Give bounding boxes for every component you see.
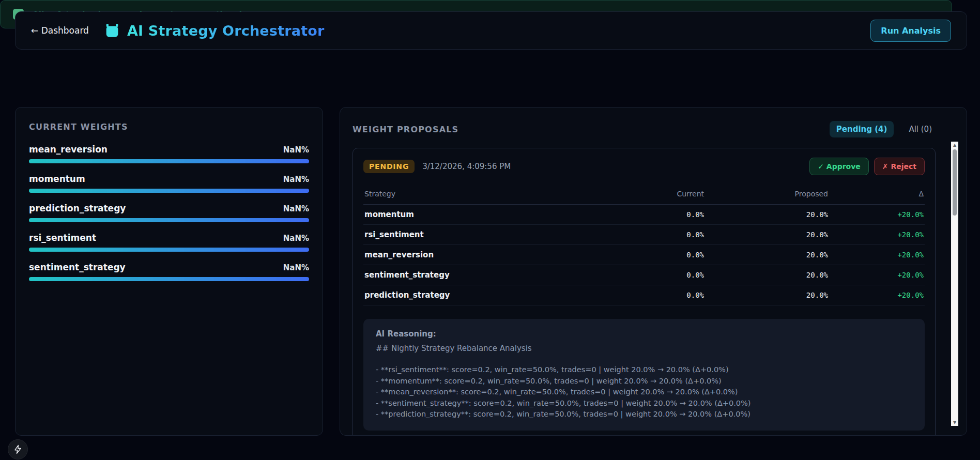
strategy-weight-value: NaN% (283, 175, 309, 184)
reasoning-line: - **mean_reversion**: score=0.2, win_rat… (376, 387, 912, 398)
strategy-weight-value: NaN% (283, 204, 309, 213)
table-row: momentum 0.0% 20.0% +20.0% (363, 205, 925, 225)
col-header-delta: Δ (828, 190, 924, 198)
row-strategy: rsi_sentiment (364, 230, 585, 239)
reasoning-line: - **sentiment_strategy**: score=0.2, win… (376, 398, 912, 409)
row-strategy: momentum (364, 210, 585, 219)
table-row: sentiment_strategy 0.0% 20.0% +20.0% (363, 265, 925, 285)
row-strategy: sentiment_strategy (364, 270, 585, 280)
lightning-icon (13, 444, 23, 454)
scrollbar-up-icon[interactable]: ▲ (951, 142, 958, 148)
proposal-actions: ✓ Approve ✗ Reject (809, 158, 925, 175)
row-current: 0.0% (585, 251, 704, 259)
strategy-weight-value: NaN% (283, 263, 309, 272)
weight-row: rsi_sentiment NaN% (29, 233, 309, 252)
weight-proposals-panel: WEIGHT PROPOSALS Pending (4) All (0) PEN… (340, 107, 967, 436)
proposal-card-header: PENDING 3/12/2026, 4:09:56 PM ✓ Approve … (363, 158, 925, 175)
weight-row-head: mean_reversion NaN% (29, 144, 309, 155)
reject-button[interactable]: ✗ Reject (874, 158, 925, 175)
proposal-timestamp: 3/12/2026, 4:09:56 PM (422, 162, 511, 171)
scrollbar-down-icon[interactable]: ▼ (951, 419, 958, 426)
proposal-table-body: momentum 0.0% 20.0% +20.0% rsi_sentiment… (363, 205, 925, 305)
weight-row-head: sentiment_strategy NaN% (29, 262, 309, 272)
quick-action-button[interactable] (8, 439, 28, 459)
weight-row: momentum NaN% (29, 174, 309, 193)
col-header-current: Current (585, 190, 704, 198)
current-weights-title: CURRENT WEIGHTS (29, 122, 309, 132)
proposals-header: WEIGHT PROPOSALS Pending (4) All (0) (353, 121, 954, 137)
proposal-cards: PENDING 3/12/2026, 4:09:56 PM ✓ Approve … (353, 148, 954, 436)
status-badge: PENDING (363, 160, 415, 173)
weight-row: mean_reversion NaN% (29, 144, 309, 163)
current-weights-list: mean_reversion NaN% momentum NaN% predic… (29, 144, 309, 281)
weight-progress-bar (29, 218, 309, 222)
row-proposed: 20.0% (704, 271, 828, 279)
page-title: AI Strategy Orchestrator (127, 23, 325, 39)
row-delta: +20.0% (828, 210, 924, 219)
tab-pending[interactable]: Pending (4) (830, 121, 894, 137)
weight-progress-bar (29, 248, 309, 252)
proposals-tabs: Pending (4) All (0) (830, 121, 939, 137)
row-delta: +20.0% (828, 251, 924, 259)
back-to-dashboard-link[interactable]: ← Dashboard (31, 25, 89, 36)
row-current: 0.0% (585, 210, 704, 219)
row-proposed: 20.0% (704, 231, 828, 239)
proposals-scrollbar[interactable]: ▲ ▼ (951, 142, 958, 426)
row-delta: +20.0% (828, 291, 924, 299)
col-header-strategy: Strategy (364, 190, 585, 198)
ai-reasoning-heading: ## Nightly Strategy Rebalance Analysis (376, 344, 912, 353)
strategy-name: mean_reversion (29, 144, 108, 155)
run-analysis-button[interactable]: Run Analysis (870, 20, 951, 42)
row-current: 0.0% (585, 231, 704, 239)
row-proposed: 20.0% (704, 210, 828, 219)
row-delta: +20.0% (828, 271, 924, 279)
weight-row-head: prediction_strategy NaN% (29, 203, 309, 213)
strategy-weight-value: NaN% (283, 145, 309, 155)
proposal-card: PENDING 3/12/2026, 4:09:56 PM ✓ Approve … (353, 148, 936, 436)
ai-reasoning-box: AI Reasoning: ## Nightly Strategy Rebala… (363, 319, 925, 431)
current-weights-panel: CURRENT WEIGHTS mean_reversion NaN% mome… (15, 107, 323, 436)
strategy-name: sentiment_strategy (29, 262, 126, 272)
strategy-name: rsi_sentiment (29, 233, 96, 243)
row-proposed: 20.0% (704, 251, 828, 259)
reasoning-line: - **rsi_sentiment**: score=0.2, win_rate… (376, 364, 912, 376)
table-row: prediction_strategy 0.0% 20.0% +20.0% (363, 285, 925, 305)
weight-progress-bar (29, 277, 309, 281)
weight-progress-bar (29, 189, 309, 193)
ai-reasoning-label: AI Reasoning: (376, 329, 912, 339)
approve-button[interactable]: ✓ Approve (809, 158, 869, 175)
strategy-name: prediction_strategy (29, 203, 126, 213)
reasoning-line: - **prediction_strategy**: score=0.2, wi… (376, 409, 912, 420)
robot-icon (103, 22, 121, 39)
row-strategy: prediction_strategy (364, 290, 585, 300)
weight-row: prediction_strategy NaN% (29, 203, 309, 222)
table-row: rsi_sentiment 0.0% 20.0% +20.0% (363, 225, 925, 245)
col-header-proposed: Proposed (704, 190, 828, 198)
header-bar: ← Dashboard AI Strategy Orchestrator Run… (15, 11, 967, 50)
weight-proposals-title: WEIGHT PROPOSALS (353, 125, 458, 134)
reasoning-lines: - **rsi_sentiment**: score=0.2, win_rate… (376, 364, 912, 420)
reasoning-line: - **momentum**: score=0.2, win_rate=50.0… (376, 376, 912, 387)
tab-all[interactable]: All (0) (902, 121, 939, 137)
row-delta: +20.0% (828, 231, 924, 239)
proposal-table-header-row: Strategy Current Proposed Δ (363, 187, 925, 205)
weight-progress-bar (29, 159, 309, 163)
row-current: 0.0% (585, 271, 704, 279)
proposal-table: Strategy Current Proposed Δ momentum 0.0… (363, 187, 925, 305)
row-proposed: 20.0% (704, 291, 828, 299)
table-row: mean_reversion 0.0% 20.0% +20.0% (363, 245, 925, 265)
row-strategy: mean_reversion (364, 250, 585, 259)
strategy-name: momentum (29, 174, 85, 184)
scrollbar-thumb[interactable] (953, 149, 957, 216)
weight-row-head: rsi_sentiment NaN% (29, 233, 309, 243)
weight-row-head: momentum NaN% (29, 174, 309, 184)
weight-row: sentiment_strategy NaN% (29, 262, 309, 281)
strategy-weight-value: NaN% (283, 234, 309, 243)
row-current: 0.0% (585, 291, 704, 299)
